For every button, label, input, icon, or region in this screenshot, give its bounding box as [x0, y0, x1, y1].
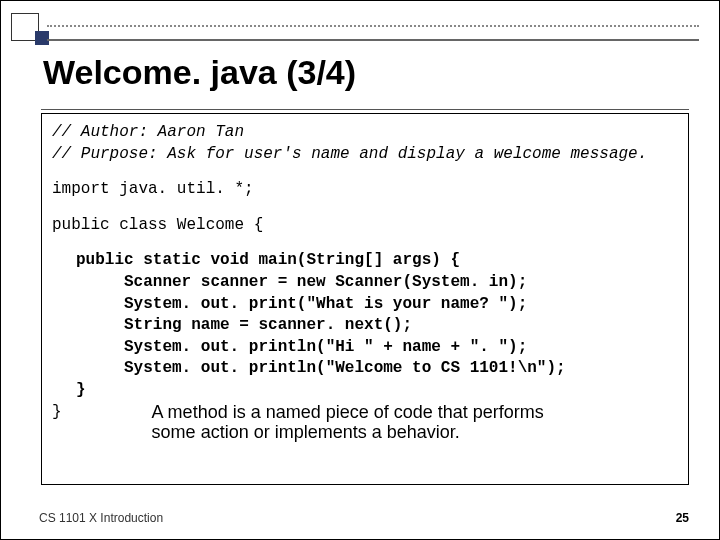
code-line-3: String name = scanner. next();	[124, 315, 678, 337]
header-decor	[11, 9, 49, 45]
decor-box-filled	[35, 31, 49, 45]
footer-left: CS 1101 X Introduction	[39, 511, 163, 525]
code-close-method: }	[76, 380, 678, 402]
footer-page-number: 25	[676, 511, 689, 525]
code-line-1: Scanner scanner = new Scanner(System. in…	[124, 272, 678, 294]
code-import: import java. util. *;	[52, 179, 678, 201]
decor-solid-line	[47, 39, 699, 41]
thin-line	[41, 109, 689, 110]
code-comment-author: // Author: Aaron Tan	[52, 122, 678, 144]
code-block: // Author: Aaron Tan // Purpose: Ask for…	[41, 113, 689, 485]
code-class-decl: public class Welcome {	[52, 215, 678, 237]
code-main-sig: public static void main(String[] args) {	[76, 250, 678, 272]
code-line-5: System. out. println("Welcome to CS 1101…	[124, 358, 678, 380]
code-line-2: System. out. print("What is your name? "…	[124, 294, 678, 316]
code-close-class: }	[52, 402, 62, 424]
slide-title: Welcome. java (3/4)	[43, 53, 356, 92]
slide: Welcome. java (3/4) // Author: Aaron Tan…	[0, 0, 720, 540]
code-comment-purpose: // Purpose: Ask for user's name and disp…	[52, 144, 678, 166]
decor-dotted-line	[47, 25, 699, 27]
annotation-text: A method is a named piece of code that p…	[152, 402, 572, 443]
code-line-4: System. out. println("Hi " + name + ". "…	[124, 337, 678, 359]
